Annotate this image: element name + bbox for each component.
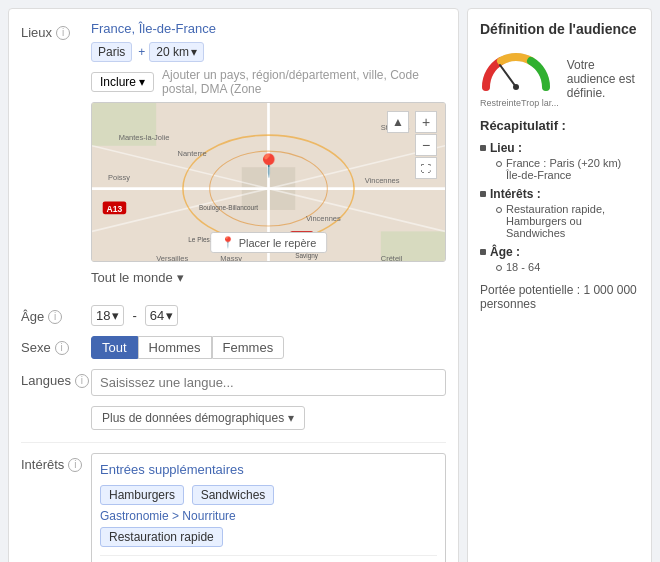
langues-label: Langues i xyxy=(21,369,91,388)
recap-interets-sub: Restauration rapide, Hamburgers ou Sandw… xyxy=(480,203,639,239)
chevron-down-icon: ▾ xyxy=(112,308,119,323)
age-info-icon[interactable]: i xyxy=(48,310,62,324)
entrees-supplementaires-link[interactable]: Entrées supplémentaires xyxy=(100,462,437,477)
chevron-down-icon: ▾ xyxy=(177,270,184,285)
map-zoom-controls: + − ⛶ xyxy=(415,111,437,179)
chevron-down-icon: ▾ xyxy=(139,75,145,89)
marker-icon: 📍 xyxy=(221,236,235,249)
add-location-btn[interactable]: + 20 km ▾ xyxy=(138,42,204,62)
sexe-label: Sexe i xyxy=(21,336,91,355)
more-demographics-btn[interactable]: Plus de données démographiques ▾ xyxy=(91,406,305,430)
interets-label: Intérêts i xyxy=(21,453,91,472)
map-zoom-out-btn[interactable]: − xyxy=(415,134,437,156)
sandwiches-tag[interactable]: Sandwiches xyxy=(192,485,275,505)
location-tag: France, Île-de-France xyxy=(91,21,446,36)
svg-text:Massy: Massy xyxy=(220,254,242,262)
svg-text:Créteil: Créteil xyxy=(381,254,403,262)
recap-lieu: Lieu : France : Paris (+20 km) Île-de-Fr… xyxy=(480,141,639,181)
age-row: 18 ▾ - 64 ▾ xyxy=(91,305,446,326)
restauration-rapide-tag[interactable]: Restauration rapide xyxy=(100,527,223,547)
age-label: Âge i xyxy=(21,305,91,324)
svg-point-27 xyxy=(513,84,519,90)
hamburgers-tag[interactable]: Hamburgers xyxy=(100,485,184,505)
map-zoom-in-btn[interactable]: + xyxy=(415,111,437,133)
recap-lieu-sub: France : Paris (+20 km) Île-de-France xyxy=(480,157,639,181)
svg-text:Versailles: Versailles xyxy=(156,254,188,262)
recap-interets: Intérêts : Restauration rapide, Hamburge… xyxy=(480,187,639,239)
svg-text:Savigny: Savigny xyxy=(295,252,319,260)
interest-category: Gastronomie > Nourriture xyxy=(100,509,437,523)
femmes-btn[interactable]: Femmes xyxy=(212,336,285,359)
svg-text:Vincennes: Vincennes xyxy=(365,176,400,185)
map-fullscreen-btn[interactable]: ⛶ xyxy=(415,157,437,179)
chevron-down-icon: ▾ xyxy=(288,411,294,425)
include-btn[interactable]: Inclure ▾ xyxy=(91,72,154,92)
place-marker-btn[interactable]: 📍 Placer le repère xyxy=(210,232,328,253)
portee-text: Portée potentielle : 1 000 000 personnes xyxy=(480,283,639,311)
sexe-info-icon[interactable]: i xyxy=(55,341,69,355)
lieux-label: Lieux i xyxy=(21,21,91,40)
recap-bullet-interets xyxy=(480,191,486,197)
svg-text:Mantes-la-Jolie: Mantes-la-Jolie xyxy=(119,133,170,142)
recap-age: Âge : 18 - 64 xyxy=(480,245,639,273)
hommes-btn[interactable]: Hommes xyxy=(138,336,212,359)
chevron-down-icon: ▾ xyxy=(191,45,197,59)
chevron-down-icon: ▾ xyxy=(166,308,173,323)
langues-info-icon[interactable]: i xyxy=(75,374,89,388)
gauge-container: Restreinte Trop lar... Votre audience es… xyxy=(480,49,639,108)
interests-content: Entrées supplémentaires Hamburgers Sandw… xyxy=(91,453,446,562)
paris-badge: Paris xyxy=(91,42,132,62)
tout-btn[interactable]: Tout xyxy=(91,336,138,359)
svg-text:Poissy: Poissy xyxy=(108,173,130,182)
map-pin: 📍 xyxy=(255,153,282,179)
recap-bullet-lieu xyxy=(480,145,486,151)
recap-bullet-age xyxy=(480,249,486,255)
gauge-svg xyxy=(480,49,552,93)
svg-text:Nanterre: Nanterre xyxy=(178,149,207,158)
lieux-content: France, Île-de-France Paris + 20 km ▾ In… xyxy=(91,21,446,295)
right-panel: Définition de l'audience xyxy=(467,8,652,562)
langues-input[interactable] xyxy=(91,369,446,396)
svg-text:Boulogne-Billancourt: Boulogne-Billancourt xyxy=(199,204,258,212)
age-from-select[interactable]: 18 ▾ xyxy=(91,305,124,326)
km-badge: 20 km ▾ xyxy=(149,42,204,62)
interest-search-row: | Suggestions | Parcourir xyxy=(100,555,437,562)
audience-defined-text: Votre audience est définie. xyxy=(567,58,639,100)
svg-text:Vincennes: Vincennes xyxy=(306,214,341,223)
recap-title: Récapitulatif : xyxy=(480,118,639,133)
age-to-select[interactable]: 64 ▾ xyxy=(145,305,178,326)
recap-age-sub: 18 - 64 xyxy=(480,261,639,273)
map-container: A13 A6 Mantes-la-Jolie St-Denis Poissy V… xyxy=(91,102,446,262)
svg-text:A13: A13 xyxy=(107,204,123,214)
interets-info-icon[interactable]: i xyxy=(68,458,82,472)
svg-line-26 xyxy=(500,65,516,87)
gauge-labels: Restreinte Trop lar... xyxy=(480,98,559,108)
audience-title: Définition de l'audience xyxy=(480,21,639,37)
map-collapse-btn[interactable]: ▲ xyxy=(387,111,409,133)
include-hint: Ajouter un pays, région/département, vil… xyxy=(162,68,446,96)
lieux-info-icon[interactable]: i xyxy=(56,26,70,40)
world-row: Tout le monde ▾ xyxy=(91,270,446,285)
sex-buttons: Tout Hommes Femmes xyxy=(91,336,446,359)
